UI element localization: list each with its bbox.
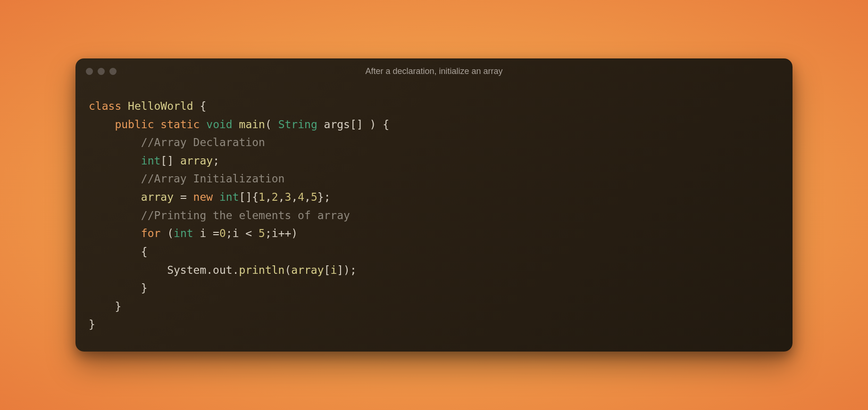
array-close: };	[317, 191, 331, 203]
number: 0	[219, 227, 226, 239]
var-array: array	[141, 191, 174, 203]
number: 2	[272, 191, 278, 203]
maximize-icon[interactable]	[109, 68, 117, 75]
method-println: println	[239, 264, 285, 276]
comma: ,	[265, 191, 272, 203]
number: 1	[259, 191, 265, 203]
keyword-int: int	[174, 227, 193, 239]
method-main: main	[239, 118, 265, 131]
comma: ,	[304, 191, 311, 203]
window-title: After a declaration, initialize an array	[75, 66, 793, 76]
brackets: []	[160, 155, 180, 167]
close-icon[interactable]	[86, 68, 93, 75]
type-string: String	[278, 118, 317, 131]
var-i: i	[330, 264, 337, 276]
comment: //Array Declaration	[141, 136, 265, 148]
close: ]);	[337, 264, 357, 276]
paren: (	[160, 227, 174, 239]
brace: {	[193, 100, 207, 112]
class-name: HelloWorld	[128, 100, 193, 112]
comma: ,	[291, 191, 298, 203]
keyword-class: class	[89, 100, 121, 112]
var-array: array	[180, 155, 213, 167]
semicolon: ;	[213, 155, 219, 167]
sysout: System.out.	[167, 264, 239, 276]
number: 5	[311, 191, 317, 203]
for-inc: ;i++)	[265, 227, 298, 239]
brace: }	[141, 282, 148, 294]
keyword-public: public	[115, 118, 154, 131]
array-open: []{	[239, 191, 259, 203]
minimize-icon[interactable]	[98, 68, 105, 75]
for-var: i =	[193, 227, 219, 239]
space	[213, 191, 219, 203]
comment: //Array Initialization	[141, 172, 285, 185]
titlebar: After a declaration, initialize an array	[75, 58, 793, 85]
number: 3	[285, 191, 292, 203]
brace: {	[141, 246, 148, 258]
code-block: class HelloWorld { public static void ma…	[75, 85, 793, 338]
keyword-static: static	[160, 118, 200, 131]
comment: //Printing the elements of array	[141, 209, 350, 221]
for-cond: ;i <	[226, 227, 259, 239]
keyword-int: int	[141, 155, 161, 167]
paren: (	[284, 264, 291, 276]
assign: =	[174, 191, 193, 203]
comma: ,	[278, 191, 285, 203]
number: 5	[259, 227, 265, 239]
number: 4	[298, 191, 304, 203]
window-controls	[86, 68, 117, 75]
args: args[] ) {	[317, 118, 389, 131]
brace: }	[115, 300, 121, 312]
keyword-int: int	[219, 191, 239, 203]
keyword-for: for	[141, 227, 161, 239]
keyword-void: void	[206, 118, 232, 131]
bracket: [	[324, 264, 331, 276]
code-window: After a declaration, initialize an array…	[75, 58, 793, 352]
keyword-new: new	[193, 191, 213, 203]
brace: }	[89, 318, 95, 330]
paren: (	[265, 118, 278, 131]
var-array: array	[291, 264, 324, 276]
